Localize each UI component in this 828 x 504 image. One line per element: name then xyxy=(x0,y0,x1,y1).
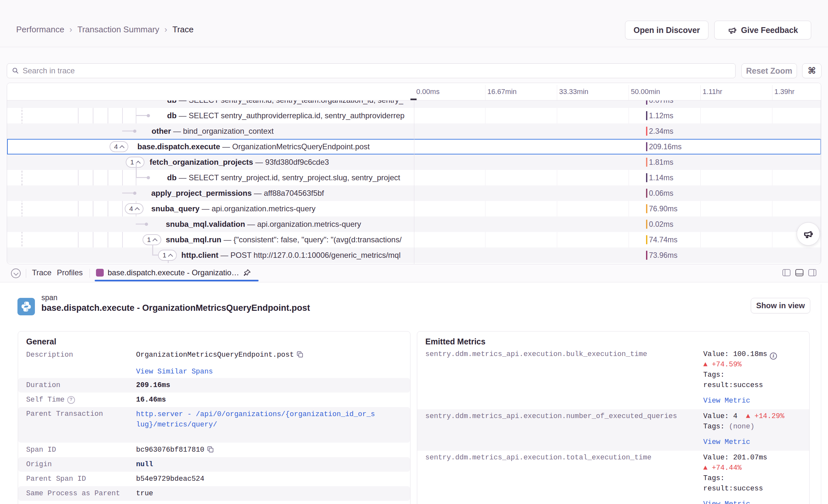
show-in-view-label: Show in view xyxy=(756,301,805,310)
start-date-row: Start Date Oct 10, 2024 4:01:04 PM UTC xyxy=(18,501,410,504)
help-icon[interactable]: ? xyxy=(67,396,75,404)
breadcrumb-performance[interactable]: Performance xyxy=(16,25,64,35)
search-placeholder: Search in trace xyxy=(23,66,75,75)
metric-value: Value: 4 xyxy=(703,412,738,420)
axis-tick: 33.33min xyxy=(559,83,588,100)
description-label: Description xyxy=(26,347,136,363)
view-metric-link[interactable]: View Metric xyxy=(703,437,800,448)
layout-left-panel-icon[interactable] xyxy=(782,269,790,276)
open-in-discover-button[interactable]: Open in Discover xyxy=(625,21,708,39)
axis-tick: 0.00ms xyxy=(416,83,440,100)
search-input[interactable]: Search in trace xyxy=(7,63,736,78)
span-duration: 74.74ms xyxy=(649,232,677,248)
axis-tick: 1.39hr xyxy=(774,83,794,100)
metric-name: sentry.ddm.metrics_api.execution.total_e… xyxy=(425,453,703,463)
metric-delta: ▲ +74.59% xyxy=(703,361,742,369)
axis-tick: 1.11hr xyxy=(703,83,722,100)
view-metric-link[interactable]: View Metric xyxy=(703,499,800,504)
breadcrumb: Performance › Transaction Summary › Trac… xyxy=(16,25,194,35)
start-date-label: Start Date xyxy=(26,501,136,504)
expand-collapse-pill[interactable]: 4 xyxy=(125,203,143,214)
span-bar xyxy=(646,204,647,213)
tree-leaf-dot-icon xyxy=(133,130,136,133)
metric-value: Value: 100.18ms xyxy=(703,350,767,358)
waterfall-scrollbar[interactable] xyxy=(820,100,821,262)
span-title: base.dispatch.execute - OrganizationMetr… xyxy=(41,303,310,313)
general-title: General xyxy=(18,337,410,346)
span-duration: 1.81ms xyxy=(649,155,673,170)
span-duration: 1.14ms xyxy=(649,170,673,185)
metric-name: sentry.ddm.metrics_api.execution.bulk_ex… xyxy=(425,349,703,360)
give-feedback-button[interactable]: Give Feedback xyxy=(714,21,811,39)
copy-icon[interactable] xyxy=(207,444,214,458)
metric-tags-label: Tags: xyxy=(703,371,724,379)
children-count: 1 xyxy=(147,236,151,244)
span-duration: 1.12ms xyxy=(649,108,673,123)
pin-icon[interactable] xyxy=(243,268,251,277)
expand-collapse-pill[interactable]: 4 xyxy=(110,141,128,152)
time-gridline xyxy=(485,85,486,100)
expand-collapse-pill[interactable]: 1 xyxy=(158,250,177,261)
span-bar xyxy=(646,235,647,244)
tree-connector xyxy=(168,261,169,263)
layout-right-panel-icon[interactable] xyxy=(808,269,816,276)
trace-view-page: Performance › Transaction Summary › Trac… xyxy=(0,0,828,504)
show-in-view-button[interactable]: Show in view xyxy=(751,298,810,313)
reset-zoom-button[interactable]: Reset Zoom xyxy=(741,63,797,78)
self-time-label: Self Time xyxy=(26,392,65,407)
view-metric-link[interactable]: View Metric xyxy=(703,396,800,406)
expand-collapse-pill[interactable]: 1 xyxy=(142,234,161,245)
tree-leaf-dot-icon xyxy=(147,176,150,179)
metric-tags-label: Tags: xyxy=(703,423,724,431)
span-bar xyxy=(646,127,647,136)
chevron-down-icon xyxy=(13,271,19,276)
parent-span-id-row: Parent Span ID b54e9729bdeac524 xyxy=(18,472,410,486)
metric-tags-value: (none) xyxy=(729,423,754,431)
chevron-up-icon xyxy=(119,145,124,150)
time-axis-header: 0.00ms 16.67min 33.33min 50.00min 1.11hr… xyxy=(7,83,821,100)
axis-tick: 50.00min xyxy=(631,83,660,100)
metric-tags-label: Tags: xyxy=(703,474,724,482)
info-icon[interactable]: i xyxy=(770,352,777,360)
description-row: Description OrganizationMetricsQueryEndp… xyxy=(18,347,410,378)
layout-bottom-panel-icon[interactable] xyxy=(795,269,803,276)
span-bar xyxy=(646,142,647,151)
breadcrumb-trace: Trace xyxy=(173,25,194,35)
layout-switcher xyxy=(782,269,816,276)
emitted-metrics-section: Emitted Metrics sentry.ddm.metrics_api.e… xyxy=(417,331,810,504)
children-count: 1 xyxy=(130,158,134,166)
self-time-row: Self Time? 16.46ms xyxy=(18,392,410,407)
copy-icon[interactable] xyxy=(296,349,303,364)
feedback-floating-button[interactable] xyxy=(797,222,820,246)
span-duration: 0.06ms xyxy=(649,185,673,201)
span-id-value: bc963076bf817810 xyxy=(136,446,204,454)
view-similar-spans-link[interactable]: View Similar Spans xyxy=(136,368,213,376)
parent-transaction-link[interactable]: http.server - /api/0/organizations/{orga… xyxy=(136,407,378,430)
detail-scrollbar[interactable] xyxy=(821,284,821,504)
parent-transaction-row: Parent Transaction http.server - /api/0/… xyxy=(18,407,410,443)
breadcrumb-transaction-summary[interactable]: Transaction Summary xyxy=(78,25,159,35)
tab-profiles[interactable]: Profiles xyxy=(57,264,83,281)
span-detail-panel: span base.dispatch.execute - Organizatio… xyxy=(0,282,828,504)
tree-leaf-dot-icon xyxy=(147,114,150,117)
span-color-swatch xyxy=(96,269,104,277)
parent-span-id-value: b54e9729bdeac524 xyxy=(136,472,378,486)
metric-tags-value: result:success xyxy=(703,485,763,493)
origin-row: Origin null xyxy=(18,457,410,472)
chevron-up-icon xyxy=(152,238,157,243)
general-section: General Description OrganizationMetricsQ… xyxy=(18,331,410,504)
expand-collapse-pill[interactable]: 1 xyxy=(126,157,144,168)
span-duration: 76.90ms xyxy=(649,201,677,216)
span-bar xyxy=(646,189,647,198)
start-date-value: Oct 10, 2024 4:01:04 PM UTC xyxy=(136,501,378,504)
tree-leaf-dot-icon xyxy=(145,222,148,226)
metric-row: sentry.ddm.metrics_api.execution.bulk_ex… xyxy=(417,347,809,409)
tab-trace[interactable]: Trace xyxy=(32,264,51,281)
tree-chart-divider[interactable] xyxy=(414,83,414,264)
span-bar xyxy=(646,251,647,260)
tree-connector xyxy=(152,255,159,256)
collapse-panel-button[interactable] xyxy=(11,268,21,278)
shortcut-command-button[interactable]: ⌘ xyxy=(802,63,822,78)
span-duration: 209.16ms xyxy=(649,139,681,155)
tab-pinned-span[interactable]: base.dispatch.execute - Organizatio… xyxy=(96,264,251,281)
